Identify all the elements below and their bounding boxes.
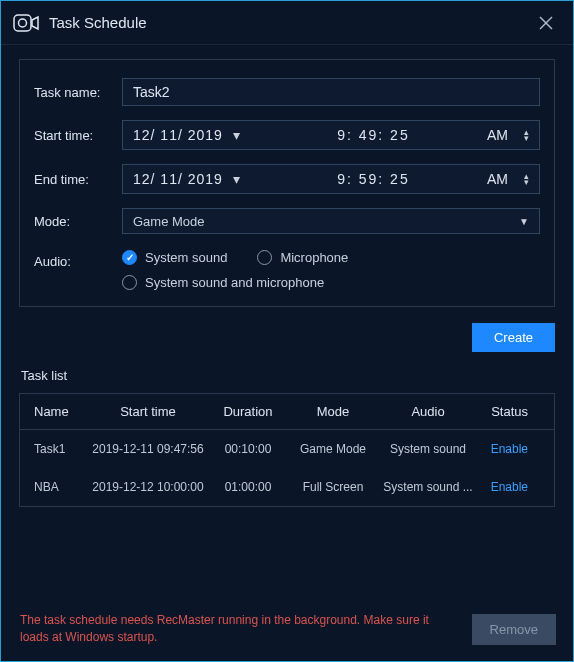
radio-unchecked-icon (122, 275, 137, 290)
audio-opt1-label: System sound (145, 250, 227, 265)
col-status: Status (478, 404, 528, 419)
form-panel: Task name: Start time: 12/ 11/ 2019 ▾ 9:… (19, 59, 555, 307)
cell-mode: Full Screen (288, 480, 378, 494)
mode-row: Mode: Game Mode ▼ (34, 208, 540, 234)
starttime-row: Start time: 12/ 11/ 2019 ▾ 9: 49: 25 AM … (34, 120, 540, 150)
task-table: Name Start time Duration Mode Audio Stat… (19, 393, 555, 507)
taskname-input[interactable] (122, 78, 540, 106)
cell-mode: Game Mode (288, 442, 378, 456)
col-mode: Mode (288, 404, 378, 419)
spinner-icon[interactable]: ▴▾ (524, 129, 529, 141)
svg-point-1 (19, 19, 27, 27)
caret-down-icon: ▾ (233, 171, 240, 187)
audio-row: Audio: System sound Microphone System so… (34, 248, 540, 290)
table-row[interactable]: NBA 2019-12-12 10:00:00 01:00:00 Full Sc… (20, 468, 554, 506)
cell-audio: System sound ... (378, 480, 478, 494)
col-duration: Duration (208, 404, 288, 419)
spinner-icon[interactable]: ▴▾ (524, 173, 529, 185)
cell-duration: 00:10:00 (208, 442, 288, 456)
cell-name: NBA (28, 480, 88, 494)
action-row: Create (1, 317, 573, 362)
caret-down-icon: ▼ (519, 216, 529, 227)
window-title: Task Schedule (49, 14, 147, 31)
titlebar: Task Schedule (1, 1, 573, 45)
cell-name: Task1 (28, 442, 88, 456)
start-ampm: AM (487, 127, 508, 143)
end-ampm: AM (487, 171, 508, 187)
taskname-label: Task name: (34, 85, 122, 100)
col-start: Start time (88, 404, 208, 419)
radio-checked-icon (122, 250, 137, 265)
caret-down-icon: ▾ (233, 127, 240, 143)
footer-warning: The task schedule needs RecMaster runnin… (20, 612, 460, 646)
audio-opt3-label: System sound and microphone (145, 275, 324, 290)
endtime-label: End time: (34, 172, 122, 187)
audio-opt2-label: Microphone (280, 250, 348, 265)
create-button[interactable]: Create (472, 323, 555, 352)
remove-button[interactable]: Remove (472, 614, 556, 645)
starttime-input[interactable]: 12/ 11/ 2019 ▾ 9: 49: 25 AM ▴▾ (122, 120, 540, 150)
endtime-input[interactable]: 12/ 11/ 2019 ▾ 9: 59: 25 AM ▴▾ (122, 164, 540, 194)
cell-start: 2019-12-12 10:00:00 (88, 480, 208, 494)
table-row[interactable]: Task1 2019-12-11 09:47:56 00:10:00 Game … (20, 430, 554, 468)
cell-audio: System sound (378, 442, 478, 456)
close-button[interactable] (531, 8, 561, 38)
mode-select[interactable]: Game Mode ▼ (122, 208, 540, 234)
col-name: Name (28, 404, 88, 419)
radio-unchecked-icon (257, 250, 272, 265)
audio-option-both[interactable]: System sound and microphone (122, 275, 348, 290)
status-link[interactable]: Enable (478, 442, 528, 456)
tasklist-label: Task list (1, 362, 573, 393)
mode-label: Mode: (34, 214, 122, 229)
mode-value: Game Mode (133, 214, 205, 229)
cell-start: 2019-12-11 09:47:56 (88, 442, 208, 456)
start-date: 12/ 11/ 2019 (133, 127, 223, 143)
end-date: 12/ 11/ 2019 (133, 171, 223, 187)
svg-rect-0 (14, 15, 31, 31)
audio-option-microphone[interactable]: Microphone (257, 250, 348, 265)
starttime-label: Start time: (34, 128, 122, 143)
table-header: Name Start time Duration Mode Audio Stat… (20, 394, 554, 430)
footer: The task schedule needs RecMaster runnin… (0, 600, 574, 662)
endtime-row: End time: 12/ 11/ 2019 ▾ 9: 59: 25 AM ▴▾ (34, 164, 540, 194)
taskname-row: Task name: (34, 78, 540, 106)
app-icon (13, 13, 39, 33)
audio-option-system-sound[interactable]: System sound (122, 250, 227, 265)
audio-label: Audio: (34, 248, 122, 269)
cell-duration: 01:00:00 (208, 480, 288, 494)
status-link[interactable]: Enable (478, 480, 528, 494)
col-audio: Audio (378, 404, 478, 419)
start-time: 9: 49: 25 (266, 127, 481, 143)
end-time: 9: 59: 25 (266, 171, 481, 187)
